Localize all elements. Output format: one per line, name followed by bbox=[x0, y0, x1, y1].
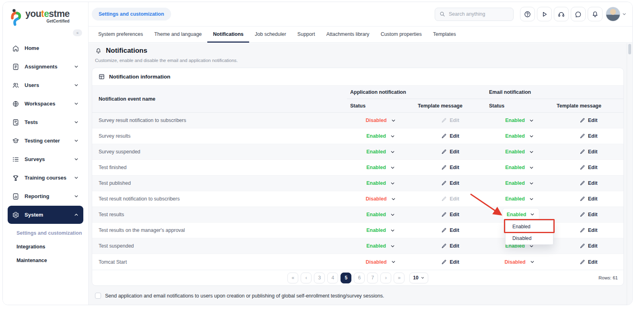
send-notifications-checkbox[interactable] bbox=[95, 293, 101, 299]
pagination-page-5[interactable]: 5 bbox=[341, 273, 351, 283]
email-status-dropdown-open[interactable]: Enabled bbox=[503, 209, 539, 220]
dropdown-option-enabled[interactable]: Enabled bbox=[506, 221, 553, 233]
sidebar-item-label: Surveys bbox=[25, 156, 68, 162]
pagination-page-3[interactable]: 3 bbox=[314, 273, 325, 283]
sidebar-subitem-integrations[interactable]: Integrations bbox=[8, 240, 83, 254]
sidebar-item-tests[interactable]: Tests bbox=[8, 113, 83, 131]
pagination-page-4[interactable]: 4 bbox=[327, 273, 338, 283]
edit-template-button[interactable]: Edit bbox=[441, 149, 459, 155]
tab-job-scheduler[interactable]: Job scheduler bbox=[249, 27, 292, 43]
chevron-down-icon bbox=[529, 149, 534, 155]
training-courses-icon bbox=[12, 174, 19, 182]
notification-event-name: Test finished bbox=[92, 165, 347, 170]
edit-template-button[interactable]: Edit bbox=[580, 196, 598, 202]
chat-button[interactable] bbox=[571, 7, 586, 21]
brand-logo: youtestme GetCertified bbox=[10, 8, 70, 28]
edit-template-button[interactable]: Edit bbox=[441, 212, 459, 217]
sidebar-item-workspaces[interactable]: Workspaces bbox=[8, 95, 83, 113]
headset-button[interactable] bbox=[554, 7, 569, 21]
tab-templates[interactable]: Templates bbox=[427, 27, 462, 43]
app-status-dropdown[interactable]: Disabled bbox=[347, 196, 415, 202]
bell-button[interactable] bbox=[588, 7, 603, 21]
main-area: Settings and customization System prefer… bbox=[89, 2, 632, 305]
sidebar-item-system[interactable]: System bbox=[8, 206, 83, 224]
sidebar-item-surveys[interactable]: Surveys bbox=[8, 150, 83, 168]
play-button[interactable] bbox=[537, 7, 552, 21]
app-status-dropdown[interactable]: Disabled bbox=[347, 118, 415, 123]
search-input[interactable] bbox=[435, 8, 514, 21]
sidebar-collapse-button[interactable]: « bbox=[73, 29, 82, 36]
page-size-select[interactable]: 10 bbox=[409, 273, 428, 283]
status-value: Enabled bbox=[366, 212, 386, 217]
tab-theme-and-language[interactable]: Theme and language bbox=[149, 27, 207, 43]
app-status-dropdown[interactable]: Disabled bbox=[347, 259, 415, 265]
pagination-last-button[interactable]: » bbox=[394, 273, 405, 283]
breadcrumb[interactable]: Settings and customization bbox=[92, 8, 171, 21]
edit-template-button[interactable]: Edit bbox=[580, 259, 598, 265]
sidebar-subitem-settings-and-customization[interactable]: Settings and customization bbox=[8, 226, 83, 240]
tab-support[interactable]: Support bbox=[292, 27, 321, 43]
email-status-dropdown[interactable]: Enabled bbox=[486, 180, 553, 186]
app-status-dropdown[interactable]: Enabled bbox=[347, 149, 415, 155]
app-status-dropdown[interactable]: Enabled bbox=[347, 165, 415, 170]
edit-template-button[interactable]: Edit bbox=[580, 149, 598, 155]
tab-system-preferences[interactable]: System preferences bbox=[93, 27, 149, 43]
email-status-dropdown[interactable]: Enabled bbox=[486, 149, 553, 155]
pencil-icon bbox=[580, 243, 585, 249]
email-status-dropdown[interactable]: Enabled bbox=[486, 133, 553, 139]
help-button[interactable] bbox=[520, 7, 535, 21]
email-status-dropdown[interactable]: Enabled bbox=[486, 165, 553, 170]
edit-template-button[interactable]: Edit bbox=[580, 243, 598, 249]
edit-template-button[interactable]: Edit bbox=[580, 118, 598, 123]
tab-custom-properties[interactable]: Custom properties bbox=[375, 27, 427, 43]
user-menu[interactable] bbox=[606, 7, 627, 21]
scrollbar-thumb[interactable] bbox=[628, 44, 631, 54]
sidebar-item-testing-center[interactable]: Testing center bbox=[8, 132, 83, 150]
edit-template-button[interactable]: Edit bbox=[580, 180, 598, 186]
edit-template-button[interactable]: Edit bbox=[441, 227, 459, 233]
table-row: Survey suspendedEnabledEditEnabledEdit bbox=[92, 144, 623, 160]
app-status-dropdown[interactable]: Enabled bbox=[347, 180, 415, 186]
app-status-dropdown[interactable]: Enabled bbox=[347, 243, 415, 249]
edit-template-button[interactable]: Edit bbox=[441, 243, 459, 249]
edit-template-button[interactable]: Edit bbox=[580, 133, 598, 139]
pencil-icon bbox=[441, 259, 447, 265]
app-status-dropdown[interactable]: Enabled bbox=[347, 227, 415, 233]
edit-template-button[interactable]: Edit bbox=[441, 165, 459, 170]
avatar[interactable] bbox=[606, 7, 620, 21]
sidebar-item-home[interactable]: Home bbox=[8, 39, 83, 57]
tab-notifications[interactable]: Notifications bbox=[207, 27, 249, 43]
sidebar-item-reporting[interactable]: Reporting bbox=[8, 187, 83, 205]
edit-template-button: Edit bbox=[441, 196, 459, 202]
pagination-first-button[interactable]: « bbox=[287, 273, 298, 283]
home-icon bbox=[12, 45, 19, 52]
edit-template-button[interactable]: Edit bbox=[441, 180, 459, 186]
email-status-dropdown[interactable]: Enabled bbox=[486, 118, 553, 123]
sidebar-item-assignments[interactable]: Assignments bbox=[8, 58, 83, 76]
chat-icon bbox=[574, 10, 582, 18]
email-status-dropdown[interactable]: Disabled bbox=[486, 259, 553, 265]
sidebar-subitem-maintenance[interactable]: Maintenance bbox=[8, 254, 83, 267]
youtestme-logo-icon bbox=[10, 8, 22, 28]
app-status-dropdown[interactable]: Enabled bbox=[347, 133, 415, 139]
pagination-page-7[interactable]: 7 bbox=[367, 273, 378, 283]
pagination-prev-button[interactable]: ‹ bbox=[301, 273, 312, 283]
edit-template-button[interactable]: Edit bbox=[580, 165, 598, 170]
dropdown-option-disabled[interactable]: Disabled bbox=[506, 233, 553, 245]
pencil-icon bbox=[441, 133, 447, 139]
pagination-next-button[interactable]: › bbox=[380, 273, 391, 283]
pagination-page-6[interactable]: 6 bbox=[354, 273, 365, 283]
edit-template-button[interactable]: Edit bbox=[580, 212, 598, 217]
edit-template-button[interactable]: Edit bbox=[441, 259, 459, 265]
sidebar-item-users[interactable]: Users bbox=[8, 76, 83, 94]
edit-template-button[interactable]: Edit bbox=[580, 227, 598, 233]
sidebar-item-label: System bbox=[25, 212, 68, 218]
notification-event-name: Survey suspended bbox=[92, 149, 347, 155]
edit-template-button[interactable]: Edit bbox=[441, 133, 459, 139]
email-status-dropdown[interactable]: Enabled bbox=[486, 196, 553, 202]
tab-attachments-library[interactable]: Attachments library bbox=[321, 27, 375, 43]
page-size-value: 10 bbox=[413, 275, 418, 281]
app-status-dropdown[interactable]: Enabled bbox=[347, 212, 415, 217]
notification-information-card: Notification information Notification ev… bbox=[92, 68, 624, 286]
sidebar-item-training-courses[interactable]: Training courses bbox=[8, 169, 83, 187]
